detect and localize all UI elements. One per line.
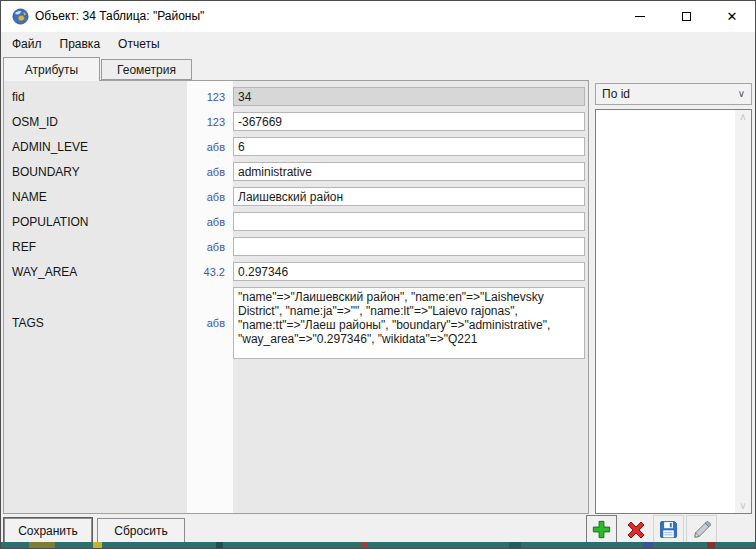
attribute-row: REF абв [4, 234, 588, 259]
field-label: NAME [4, 190, 187, 204]
reset-button[interactable]: Сбросить [97, 518, 185, 543]
desktop-strip [1, 542, 755, 548]
app-window: Объект: 34 Таблица: "Районы" ✕ Файл Прав… [0, 0, 756, 549]
minimize-icon [635, 16, 645, 17]
ref-input[interactable] [233, 237, 585, 256]
field-type-icon: абв [187, 241, 233, 253]
field-label: OSM_ID [4, 115, 187, 129]
save-button[interactable]: Сохранить [4, 518, 92, 543]
maximize-button[interactable] [663, 1, 709, 32]
attributes-panel: fid 123 OSM_ID 123 ADMIN_LEVE абв BOUNDA… [3, 80, 589, 514]
menu-edit[interactable]: Правка [51, 33, 110, 55]
delete-record-button[interactable] [620, 515, 651, 544]
admin_leve-input[interactable] [233, 137, 585, 156]
menu-file[interactable]: Файл [3, 33, 51, 55]
field-type-icon: абв [187, 191, 233, 203]
field-type-icon: 123 [187, 116, 233, 128]
attribute-row: TAGS абв "name"=>"Лаишевский район", "na… [4, 284, 588, 362]
field-label: ADMIN_LEVE [4, 140, 187, 154]
tab-geometry[interactable]: Геометрия [101, 59, 192, 80]
field-label: WAY_AREA [4, 265, 187, 279]
attribute-row: ADMIN_LEVE абв [4, 134, 588, 159]
field-type-icon: 43.2 [187, 266, 233, 278]
field-type-icon: абв [187, 317, 233, 329]
attribute-rows: fid 123 OSM_ID 123 ADMIN_LEVE абв BOUNDA… [4, 81, 588, 362]
save-record-button[interactable] [653, 515, 684, 544]
red-x-icon [624, 518, 648, 542]
edit-record-button[interactable] [686, 515, 717, 544]
record-listbox[interactable]: ∧ ∨ [595, 109, 752, 514]
attribute-row: fid 123 [4, 84, 588, 109]
field-type-icon: абв [187, 216, 233, 228]
name-input[interactable] [233, 187, 585, 206]
tab-attributes-label: Атрибуты [25, 63, 78, 77]
chevron-down-icon: ∨ [738, 89, 745, 99]
scroll-down-icon: ∨ [739, 501, 746, 511]
field-type-icon: 123 [187, 91, 233, 103]
listbox-scrollbar[interactable]: ∧ ∨ [735, 110, 751, 513]
tab-attributes[interactable]: Атрибуты [3, 57, 100, 81]
order-by-select[interactable]: По id ∨ [595, 83, 752, 105]
attribute-row: BOUNDARY абв [4, 159, 588, 184]
population-input[interactable] [233, 212, 585, 231]
minimize-button[interactable] [617, 1, 663, 32]
tags-textarea[interactable]: "name"=>"Лаишевский район", "name:en"=>"… [233, 287, 585, 359]
way_area-input[interactable] [233, 262, 585, 281]
field-label: REF [4, 240, 187, 254]
scroll-up-icon: ∧ [739, 112, 746, 122]
window-title: Объект: 34 Таблица: "Районы" [35, 9, 204, 23]
attribute-row: NAME абв [4, 184, 588, 209]
field-label: fid [4, 90, 187, 104]
floppy-disk-icon [658, 519, 679, 540]
pencil-icon [691, 519, 713, 541]
close-button[interactable]: ✕ [709, 1, 755, 32]
globe-icon [12, 8, 29, 25]
title-bar: Объект: 34 Таблица: "Районы" ✕ [1, 1, 755, 32]
tab-geometry-label: Геометрия [117, 63, 176, 77]
attribute-row: OSM_ID 123 [4, 109, 588, 134]
field-label: POPULATION [4, 215, 187, 229]
osm_id-input[interactable] [233, 112, 585, 131]
attribute-row: POPULATION абв [4, 209, 588, 234]
boundary-input[interactable] [233, 162, 585, 181]
menu-reports[interactable]: Отчеты [109, 33, 168, 55]
close-icon: ✕ [727, 10, 738, 23]
field-type-icon: абв [187, 141, 233, 153]
plus-icon [590, 518, 613, 541]
maximize-icon [682, 12, 691, 21]
add-record-button[interactable] [586, 515, 617, 544]
order-by-value: По id [602, 87, 738, 101]
field-type-icon: абв [187, 166, 233, 178]
field-label: BOUNDARY [4, 165, 187, 179]
menu-bar: Файл Правка Отчеты [1, 32, 755, 56]
attribute-row: WAY_AREA 43.2 [4, 259, 588, 284]
field-label: TAGS [4, 316, 187, 330]
fid-input[interactable] [233, 87, 585, 106]
